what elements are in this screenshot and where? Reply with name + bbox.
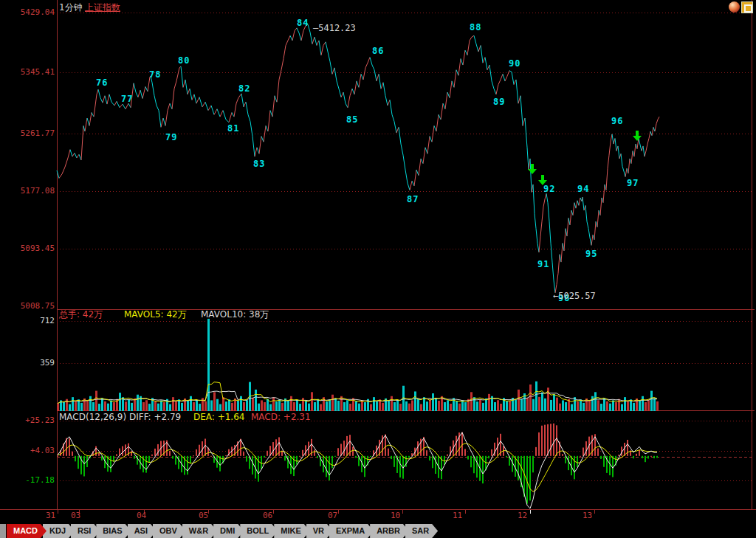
time-axis-label: 04 (137, 511, 146, 520)
wave-number-label: 81 (227, 123, 239, 134)
trading-app-window: { "window": { "period": "1分钟", "symbol":… (0, 0, 756, 538)
time-axis-label: 06 (263, 511, 272, 520)
tab-asi[interactable]: ASI (128, 524, 157, 538)
chart-canvas (0, 0, 756, 524)
wave-number-label: 84 (297, 18, 309, 28)
volume-total-label: 总手: 42万 (59, 308, 103, 321)
tab-arbr[interactable]: ARBR (370, 524, 409, 538)
macd-dea-label: DEA: +1.64 (193, 412, 244, 422)
wave-number-label: 92 (543, 184, 555, 194)
volume-mavol5-label: MAVOL5: 42万 (124, 308, 187, 321)
wave-number-label: 96 (611, 116, 623, 126)
tab-mike[interactable]: MIKE (274, 524, 310, 538)
tab-wr[interactable]: W&R (182, 524, 217, 538)
tab-bias[interactable]: BIAS (96, 524, 131, 538)
wave-number-label: 95 (585, 249, 597, 259)
tab-vr[interactable]: VR (306, 524, 333, 538)
tab-obv[interactable]: OBV (153, 524, 186, 538)
sphere-logo-icon[interactable] (729, 1, 740, 13)
volume-axis-label: 359 (1, 358, 55, 368)
wave-number-label: 85 (346, 114, 358, 125)
macd-main-label: MACD(12,26,9) DIFF: +2.79 (59, 412, 181, 422)
time-axis-label: 07 (328, 511, 337, 520)
tab-expma[interactable]: EXPMA (329, 524, 374, 538)
time-axis-label: 10 (391, 511, 400, 520)
restore-window-icon[interactable] (741, 1, 753, 13)
price-axis-label: 5261.77 (1, 128, 55, 138)
indicator-tab-bar: MACDKDJRSIBIASASIOBVW&RDMIBOLLMIKEVREXPM… (0, 524, 756, 538)
price-axis-label: 5008.75 (1, 301, 55, 311)
price-annotation: ←5025.57 (553, 291, 596, 301)
wave-number-label: 82 (238, 83, 250, 94)
tab-sar[interactable]: SAR (405, 524, 438, 538)
macd-axis-label: +25.23 (1, 415, 55, 425)
wave-number-label: 88 (470, 22, 481, 32)
wave-number-label: 86 (372, 46, 384, 56)
time-axis-label: 11 (453, 511, 462, 520)
wave-number-label: 80 (178, 55, 190, 66)
price-axis-label: 5429.04 (1, 7, 55, 17)
wave-number-label: 79 (165, 132, 177, 142)
time-axis-label: 03 (71, 511, 80, 520)
time-axis-label: 31 (46, 511, 55, 520)
price-axis-label: 5345.41 (1, 67, 55, 77)
tab-boll[interactable]: BOLL (240, 524, 278, 538)
time-axis-label: 13 (583, 511, 592, 520)
time-axis-label: 05 (199, 511, 208, 520)
buy-signal-arrow-icon (633, 131, 642, 141)
tab-rsi[interactable]: RSI (71, 524, 100, 538)
wave-number-label: 76 (96, 77, 108, 88)
time-axis-label: 12 (518, 511, 527, 520)
symbol-name-label[interactable]: 上证指数 (85, 1, 120, 14)
tab-scroll-left[interactable] (0, 524, 6, 538)
wave-number-label: 78 (149, 69, 161, 80)
macd-axis-label: +4.03 (1, 446, 55, 455)
macd-axis-label: -17.18 (1, 475, 55, 485)
tab-macd[interactable]: MACD (7, 524, 47, 538)
wave-number-label: 94 (577, 184, 589, 194)
wave-number-label: 97 (627, 178, 639, 188)
price-axis-label: 5177.08 (1, 186, 55, 196)
volume-mavol10-label: MAVOL10: 38万 (201, 308, 269, 321)
wave-number-label: 90 (509, 58, 520, 69)
chart-period-label[interactable]: 1分钟 (59, 1, 83, 14)
price-annotation: —5412.23 (313, 23, 356, 33)
wave-number-label: 77 (121, 94, 133, 104)
macd-value-label: MACD: +2.31 (251, 412, 311, 422)
wave-number-label: 83 (253, 159, 265, 169)
wave-number-label: 89 (493, 97, 505, 107)
tab-dmi[interactable]: DMI (213, 524, 244, 538)
wave-number-label: 91 (537, 259, 549, 269)
wave-number-label: 87 (407, 194, 419, 204)
tab-kdj[interactable]: KDJ (43, 524, 75, 538)
price-axis-label: 5093.45 (1, 244, 55, 253)
volume-axis-label: 712 (1, 316, 55, 325)
